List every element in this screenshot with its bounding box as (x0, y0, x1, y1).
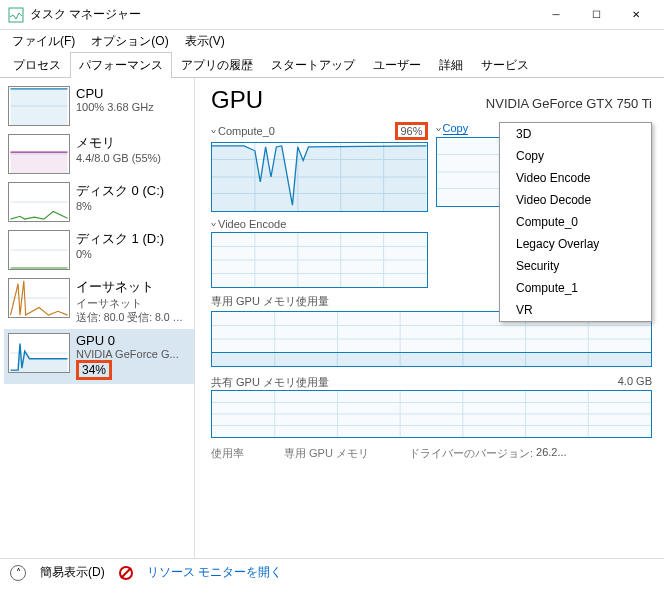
tab-app-history[interactable]: アプリの履歴 (172, 52, 262, 78)
tab-services[interactable]: サービス (472, 52, 538, 78)
menu-bar: ファイル(F) オプション(O) 表示(V) (0, 30, 664, 52)
forbidden-icon (119, 566, 133, 580)
tab-details[interactable]: 詳細 (430, 52, 472, 78)
cpu-sub: 100% 3.68 GHz (76, 101, 190, 113)
gpu0-label: GPU 0 (76, 333, 190, 348)
disk0-label: ディスク 0 (C:) (76, 182, 190, 200)
ethernet-sub2: 送信: 80.0 受信: 8.0 Kbp (76, 311, 190, 325)
app-icon (8, 7, 24, 23)
dd-item-compute0[interactable]: Compute_0 (500, 211, 651, 233)
dd-item-security[interactable]: Security (500, 255, 651, 277)
memory-thumb (8, 134, 70, 174)
minimize-button[interactable]: ─ (536, 0, 576, 30)
tab-performance[interactable]: パフォーマンス (70, 52, 172, 78)
shared-mem-label: 共有 GPU メモリ使用量 (211, 376, 329, 388)
gpu0-thumb (8, 333, 70, 373)
shared-mem-chart (211, 390, 652, 438)
brief-view-link[interactable]: 簡易表示(D) (40, 564, 105, 581)
tab-users[interactable]: ユーザー (364, 52, 430, 78)
engine-compute0-label[interactable]: Compute_0 (218, 125, 275, 137)
gpu-heading: GPU (211, 86, 263, 114)
memory-sub: 4.4/8.0 GB (55%) (76, 152, 190, 164)
dd-item-video-decode[interactable]: Video Decode (500, 189, 651, 211)
close-button[interactable]: ✕ (616, 0, 656, 30)
main-panel: GPU NVIDIA GeForce GTX 750 Ti ⅴ Compute_… (195, 78, 664, 558)
gpu0-pct-highlight: 34% (76, 360, 112, 380)
menu-options[interactable]: オプション(O) (83, 31, 176, 52)
chevron-down-icon[interactable]: ⅴ (211, 221, 216, 228)
sidebar-item-memory[interactable]: メモリ 4.4/8.0 GB (55%) (4, 130, 194, 178)
sidebar-item-gpu0[interactable]: GPU 0 NVIDIA GeForce G... 34% (4, 329, 194, 384)
dd-item-legacy-overlay[interactable]: Legacy Overlay (500, 233, 651, 255)
gpu-stats: 使用率 専用 GPU メモリ ドライバーのバージョン: 26.2... (211, 446, 652, 461)
gpu-model: NVIDIA GeForce GTX 750 Ti (486, 96, 652, 111)
dd-item-compute1[interactable]: Compute_1 (500, 277, 651, 299)
dd-item-copy[interactable]: Copy (500, 145, 651, 167)
stat-driver-label: ドライバーのバージョン: (409, 446, 533, 461)
chevron-down-icon[interactable]: ⅴ (436, 125, 441, 132)
disk1-sub: 0% (76, 248, 190, 260)
engine-dropdown: 3D Copy Video Encode Video Decode Comput… (499, 122, 652, 322)
chevron-down-icon[interactable]: ⅴ (211, 128, 216, 135)
tab-bar: プロセス パフォーマンス アプリの履歴 スタートアップ ユーザー 詳細 サービス (0, 52, 664, 78)
dd-item-3d[interactable]: 3D (500, 123, 651, 145)
stat-driver-value: 26.2... (536, 446, 567, 461)
dd-item-video-encode[interactable]: Video Encode (500, 167, 651, 189)
dd-item-vr[interactable]: VR (500, 299, 651, 321)
engine-video-encode-label[interactable]: Video Encode (218, 218, 286, 230)
menu-file[interactable]: ファイル(F) (4, 31, 83, 52)
sidebar-item-disk0[interactable]: ディスク 0 (C:) 8% (4, 178, 194, 226)
sidebar-item-ethernet[interactable]: イーサネット イーサネット 送信: 80.0 受信: 8.0 Kbp (4, 274, 194, 329)
engine-compute0-chart (211, 142, 428, 212)
menu-view[interactable]: 表示(V) (177, 31, 233, 52)
ethernet-label: イーサネット (76, 278, 190, 296)
disk1-thumb (8, 230, 70, 270)
engine-video-encode-chart (211, 232, 428, 288)
status-bar: ˄ 簡易表示(D) リソース モニターを開く (0, 558, 664, 586)
engine-copy-label[interactable]: Copy (443, 122, 469, 135)
ethernet-sub: イーサネット (76, 296, 190, 311)
title-bar: タスク マネージャー ─ ☐ ✕ (0, 0, 664, 30)
window-title: タスク マネージャー (30, 6, 536, 23)
gpu0-sub: NVIDIA GeForce G... (76, 348, 190, 360)
stat-usage-label: 使用率 (211, 446, 244, 461)
cpu-thumb (8, 86, 70, 126)
collapse-icon[interactable]: ˄ (10, 565, 26, 581)
disk0-sub: 8% (76, 200, 190, 212)
content-area: CPU 100% 3.68 GHz メモリ 4.4/8.0 GB (55%) デ… (0, 78, 664, 558)
disk0-thumb (8, 182, 70, 222)
tab-processes[interactable]: プロセス (4, 52, 70, 78)
shared-mem-max: 4.0 GB (618, 375, 652, 387)
maximize-button[interactable]: ☐ (576, 0, 616, 30)
sidebar-item-cpu[interactable]: CPU 100% 3.68 GHz (4, 82, 194, 130)
tab-startup[interactable]: スタートアップ (262, 52, 364, 78)
disk1-label: ディスク 1 (D:) (76, 230, 190, 248)
stat-dedicated-label: 専用 GPU メモリ (284, 446, 369, 461)
sidebar: CPU 100% 3.68 GHz メモリ 4.4/8.0 GB (55%) デ… (0, 78, 195, 558)
engine-compute0-pct-highlight: 96% (395, 122, 427, 140)
resource-monitor-link[interactable]: リソース モニターを開く (147, 564, 282, 581)
ethernet-thumb (8, 278, 70, 318)
memory-label: メモリ (76, 134, 190, 152)
cpu-label: CPU (76, 86, 190, 101)
sidebar-item-disk1[interactable]: ディスク 1 (D:) 0% (4, 226, 194, 274)
